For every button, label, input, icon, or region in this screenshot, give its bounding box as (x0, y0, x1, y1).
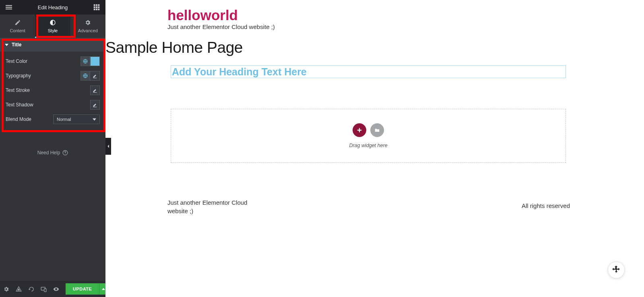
update-button[interactable]: UPDATE (66, 283, 99, 295)
empty-section-drop-area[interactable]: Drag widget here (171, 109, 566, 163)
page-title: Sample Home Page (105, 39, 243, 56)
svg-rect-3 (94, 4, 95, 6)
svg-rect-7 (96, 6, 97, 8)
preview-icon[interactable] (53, 285, 59, 293)
drop-area-text: Drag widget here (349, 143, 387, 148)
history-icon[interactable] (28, 285, 34, 293)
settings-icon[interactable] (3, 285, 9, 293)
svg-rect-14 (93, 78, 97, 78)
svg-rect-15 (93, 92, 97, 93)
template-library-button[interactable] (370, 123, 384, 137)
control-text-shadow: Text Shadow (6, 98, 100, 112)
responsive-icon[interactable] (41, 285, 47, 293)
footer-left-text: Just another Elementor Cloud website ;) (167, 198, 248, 215)
site-tagline: Just another Elementor Cloud website ;) (167, 23, 275, 30)
panel-footer: UPDATE (0, 281, 105, 297)
footer-right-text: All rights reserved (522, 202, 570, 209)
need-help-link[interactable]: Need Help (0, 150, 105, 156)
svg-rect-11 (98, 8, 99, 10)
svg-rect-10 (96, 8, 97, 10)
tab-advanced[interactable]: Advanced (70, 15, 105, 38)
control-typography: Typography (6, 69, 100, 83)
heading-widget[interactable]: Add Your Heading Text Here (171, 65, 566, 78)
svg-point-18 (65, 154, 66, 154)
svg-rect-22 (357, 130, 362, 131)
section-title-label: Title (12, 42, 21, 48)
control-text-color: Text Color (6, 54, 100, 69)
control-text-stroke: Text Stroke (6, 83, 100, 98)
svg-rect-8 (98, 6, 99, 8)
blend-mode-value: Normal (57, 117, 71, 122)
text-color-swatch[interactable] (90, 56, 100, 66)
drag-handle-icon[interactable] (608, 262, 625, 278)
typography-label: Typography (6, 73, 31, 79)
site-title[interactable]: helloworld (167, 7, 238, 23)
svg-rect-4 (96, 4, 97, 6)
svg-rect-1 (6, 7, 12, 8)
navigator-icon[interactable] (16, 285, 22, 293)
text-color-global-icon[interactable] (80, 56, 90, 66)
text-color-label: Text Color (6, 58, 27, 64)
svg-rect-0 (6, 5, 12, 6)
menu-icon[interactable] (5, 3, 13, 11)
panel-header: Edit Heading (0, 0, 105, 15)
text-shadow-label: Text Shadow (6, 102, 33, 108)
svg-rect-5 (98, 4, 99, 6)
svg-rect-2 (6, 8, 12, 9)
tab-content-label: Content (10, 28, 25, 33)
panel-title: Edit Heading (38, 4, 68, 10)
tab-style[interactable]: Style (35, 15, 70, 38)
svg-rect-6 (94, 6, 95, 8)
editor-tabs: Content Style Advanced (0, 15, 105, 38)
section-title-header[interactable]: Title (0, 38, 105, 52)
style-controls: Text Color Typography Text Stroke (0, 52, 105, 131)
panel-collapse-button[interactable] (105, 138, 111, 155)
editor-panel: Edit Heading Content Style Advanced Titl… (0, 0, 105, 297)
blend-mode-label: Blend Mode (6, 116, 31, 122)
svg-rect-9 (94, 8, 95, 10)
drop-area-buttons (353, 123, 384, 137)
preview-canvas: helloworld Just another Elementor Cloud … (105, 0, 644, 297)
text-shadow-edit-icon[interactable] (90, 100, 100, 110)
svg-rect-16 (93, 107, 97, 107)
tab-advanced-label: Advanced (78, 28, 98, 33)
blend-mode-select[interactable]: Normal (53, 114, 100, 124)
tab-content[interactable]: Content (0, 15, 35, 38)
apps-icon[interactable] (93, 3, 101, 11)
text-stroke-edit-icon[interactable] (90, 85, 100, 95)
tab-style-label: Style (48, 28, 58, 33)
typography-edit-icon[interactable] (90, 71, 100, 81)
typography-global-icon[interactable] (80, 71, 90, 81)
control-blend-mode: Blend Mode Normal (6, 112, 100, 127)
need-help-label: Need Help (37, 150, 60, 156)
add-section-button[interactable] (353, 123, 366, 137)
svg-rect-20 (44, 289, 46, 292)
text-stroke-label: Text Stroke (6, 87, 30, 93)
